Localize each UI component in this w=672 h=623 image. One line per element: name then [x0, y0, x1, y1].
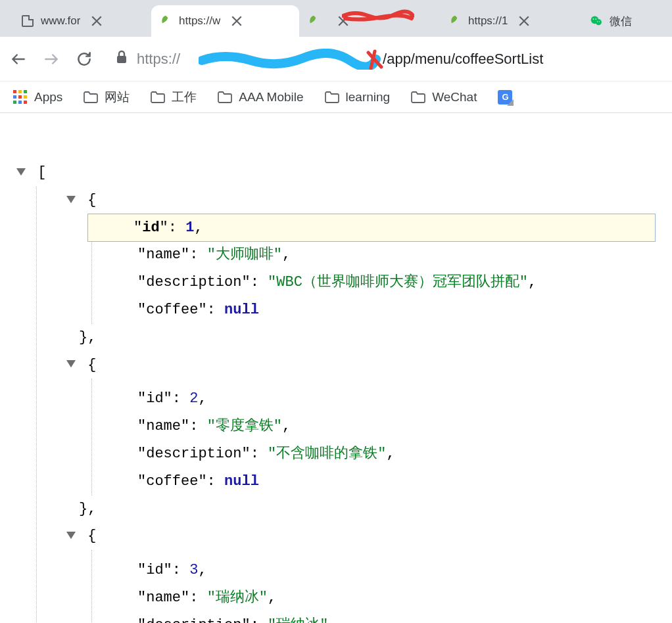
svg-point-4 [597, 21, 598, 22]
json-value: 3 [189, 557, 198, 584]
json-prop-id[interactable]: "id": 3, [92, 550, 659, 584]
json-key: coffee [146, 468, 198, 496]
reload-button[interactable] [74, 49, 95, 70]
bookmark-label: AAA Mobile [239, 90, 303, 104]
folder-icon [218, 91, 232, 103]
tab-strip: www.for https://w https://1 微信 [0, 0, 672, 37]
svg-point-3 [595, 18, 596, 20]
folder-icon [84, 91, 98, 103]
bookmark-folder[interactable]: learning [325, 90, 391, 104]
close-icon[interactable] [337, 15, 349, 27]
json-viewer: [ { "id": 1, "name": "大师咖啡", "descriptio… [0, 113, 672, 623]
tab-5[interactable]: 微信 [582, 5, 667, 37]
json-prop-coffee[interactable]: "coffee": null [92, 468, 659, 496]
json-value: 瑞纳冰 [216, 589, 259, 606]
apps-label: Apps [34, 90, 62, 104]
lock-icon [116, 50, 128, 68]
close-icon[interactable] [91, 15, 103, 27]
toolbar: https:// /app/menu/coffeeSortList [0, 37, 672, 81]
json-value: 瑞纳冰 [276, 617, 320, 623]
forward-button[interactable] [41, 49, 62, 70]
url-path: /app/menu/coffeeSortList [383, 51, 543, 68]
bookmark-folder[interactable]: 网站 [84, 89, 130, 106]
leaf-icon [448, 14, 462, 28]
json-prop-name[interactable]: "name": "瑞纳冰", [92, 584, 659, 612]
bookmark-folder[interactable]: WeChat [411, 90, 477, 104]
json-prop-coffee[interactable]: "coffee": null [92, 296, 659, 324]
close-icon[interactable] [231, 15, 243, 27]
json-prop-id-highlighted[interactable]: "id": 1, [88, 214, 655, 242]
json-prop-name[interactable]: "name": "零度拿铁", [92, 413, 659, 440]
bookmark-folder[interactable]: AAA Mobile [218, 90, 303, 104]
json-key: name [146, 584, 181, 612]
folder-icon [151, 91, 165, 103]
json-value: 不含咖啡的拿铁 [276, 446, 377, 462]
json-value: 大师咖啡 [216, 246, 274, 263]
bookmarks-bar: Apps 网站 工作 AAA Mobile learning WeChat [0, 81, 672, 113]
bookmark-label: learning [346, 90, 391, 104]
svg-point-1 [596, 19, 602, 25]
folder-icon [325, 91, 339, 103]
json-value: 2 [189, 385, 198, 413]
tab-title: https://1 [468, 14, 508, 28]
caret-down-icon[interactable] [63, 196, 79, 205]
caret-down-icon[interactable] [63, 360, 79, 369]
svg-rect-6 [117, 56, 126, 63]
leaf-icon [307, 14, 320, 28]
json-key: description [146, 440, 241, 468]
redaction-scribble [199, 49, 389, 70]
caret-down-icon[interactable] [13, 168, 29, 177]
translate-icon [498, 90, 512, 104]
tab-3[interactable] [299, 5, 441, 37]
apps-button[interactable]: Apps [13, 90, 62, 104]
json-prop-description[interactable]: "description": "瑞纳冰" [92, 612, 659, 623]
json-object-close: }, [79, 496, 659, 523]
json-key: name [146, 241, 181, 269]
json-key: id [146, 385, 163, 413]
bookmark-label: WeChat [432, 90, 477, 104]
tab-title: 微信 [610, 14, 632, 29]
json-object-close: }, [79, 324, 659, 352]
svg-point-2 [593, 18, 594, 20]
tab-title: https://w [179, 14, 220, 28]
apps-icon [13, 90, 28, 104]
json-prop-description[interactable]: "description": "WBC（世界咖啡师大赛）冠军团队拼配", [92, 269, 659, 296]
file-icon [21, 14, 34, 28]
json-prop-name[interactable]: "name": "大师咖啡", [92, 241, 659, 269]
json-key: name [146, 413, 181, 440]
wechat-icon [590, 14, 603, 28]
json-value: WBC（世界咖啡师大赛）冠军团队拼配 [276, 274, 519, 290]
bookmark-label: 网站 [105, 89, 130, 106]
address-bar[interactable]: https:// /app/menu/coffeeSortList [107, 45, 664, 74]
caret-down-icon[interactable] [63, 532, 79, 541]
leaf-icon [159, 14, 172, 28]
json-object-open[interactable]: { [63, 352, 659, 379]
bookmark-label: 工作 [172, 89, 197, 106]
json-value: null [224, 296, 259, 324]
url-scheme: https:// [137, 51, 180, 68]
svg-point-5 [599, 21, 600, 22]
json-key: id [146, 557, 163, 584]
json-prop-description[interactable]: "description": "不含咖啡的拿铁", [92, 440, 659, 468]
json-key: coffee [146, 296, 198, 324]
bookmark-folder[interactable]: 工作 [151, 89, 197, 106]
json-value: 1 [185, 214, 194, 242]
json-object-open[interactable]: { [63, 187, 659, 214]
json-value: 零度拿铁 [216, 418, 274, 434]
back-button[interactable] [8, 49, 29, 70]
tab-4[interactable]: https://1 [441, 5, 582, 37]
json-prop-id[interactable]: "id": 2, [92, 379, 659, 413]
json-object-open[interactable]: { [63, 522, 659, 550]
tab-title: www.for [41, 14, 80, 28]
json-key: id [142, 214, 159, 242]
tab-2-active[interactable]: https://w [151, 5, 299, 37]
json-key: description [146, 269, 241, 296]
json-value: null [224, 468, 259, 496]
folder-icon [411, 91, 425, 103]
bookmark-translate[interactable] [498, 90, 512, 104]
json-key: description [146, 612, 241, 623]
tab-1[interactable]: www.for [13, 5, 151, 37]
close-icon[interactable] [518, 15, 530, 27]
json-array-open[interactable]: [ [13, 159, 659, 187]
